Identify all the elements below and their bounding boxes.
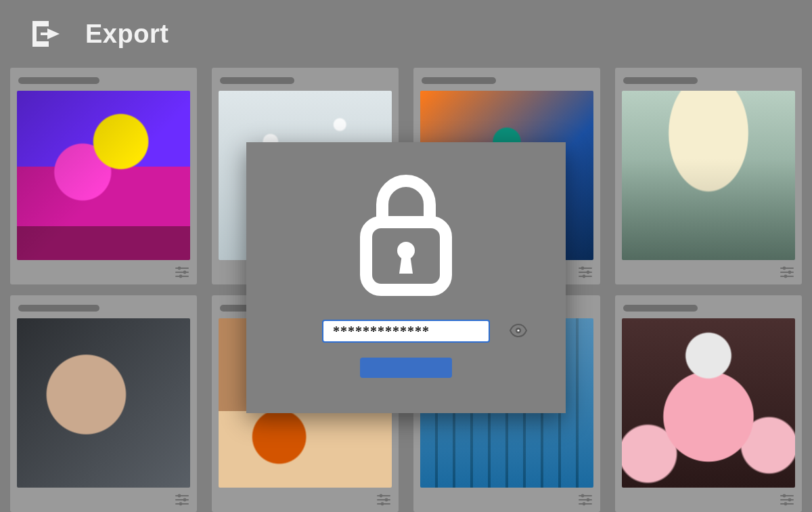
svg-point-35 [381, 503, 384, 506]
svg-point-21 [783, 267, 786, 270]
password-input[interactable] [333, 324, 504, 339]
svg-point-28 [183, 498, 187, 502]
thumbnail-image[interactable] [622, 318, 795, 488]
reveal-password-button[interactable] [510, 324, 527, 339]
svg-point-16 [587, 271, 590, 274]
sliders-icon[interactable] [780, 494, 794, 506]
card-title-skeleton [422, 77, 496, 84]
svg-point-27 [178, 494, 181, 498]
card-title-skeleton [623, 77, 698, 84]
password-field-wrapper [322, 320, 490, 343]
thumbnail-image[interactable] [17, 318, 190, 488]
thumbnail-image[interactable] [17, 91, 190, 260]
sliders-icon[interactable] [377, 494, 390, 506]
sliders-icon[interactable] [175, 266, 189, 278]
eye-icon [510, 324, 527, 339]
svg-point-34 [385, 498, 388, 502]
svg-point-39 [581, 494, 585, 498]
password-modal [246, 142, 566, 413]
svg-point-15 [581, 267, 585, 270]
export-icon[interactable] [27, 17, 66, 51]
svg-point-17 [583, 275, 586, 278]
svg-point-23 [784, 275, 788, 278]
svg-point-5 [179, 275, 183, 278]
card-title-skeleton [18, 305, 99, 312]
svg-point-40 [587, 498, 590, 502]
sliders-icon[interactable] [780, 266, 794, 278]
sliders-icon[interactable] [175, 494, 189, 506]
card-title-skeleton [623, 305, 698, 312]
card-title-skeleton [18, 77, 99, 84]
svg-point-41 [583, 503, 586, 506]
sliders-icon[interactable] [579, 494, 592, 506]
header-bar: Export [0, 0, 812, 68]
sliders-icon[interactable] [579, 266, 592, 278]
gallery-card[interactable] [10, 68, 197, 284]
card-title-skeleton [220, 77, 294, 84]
gallery-card[interactable] [615, 295, 802, 512]
gallery-card[interactable] [615, 68, 802, 284]
export-label[interactable]: Export [85, 20, 168, 49]
svg-point-45 [783, 494, 786, 498]
svg-point-46 [788, 498, 792, 502]
lock-icon [348, 165, 464, 301]
thumbnail-image[interactable] [622, 91, 795, 260]
svg-point-29 [179, 503, 183, 506]
svg-point-33 [380, 494, 383, 498]
svg-point-3 [178, 267, 181, 270]
svg-point-47 [784, 503, 788, 506]
gallery-card[interactable] [10, 295, 197, 512]
submit-button[interactable] [360, 358, 452, 378]
svg-point-51 [517, 329, 519, 331]
svg-point-4 [183, 271, 187, 274]
svg-point-22 [788, 271, 792, 274]
